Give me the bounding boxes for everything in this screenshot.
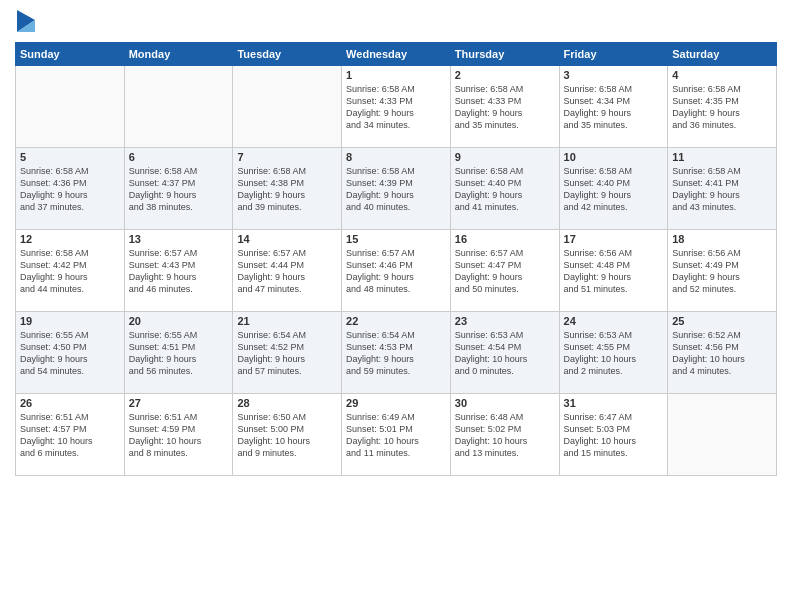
day-info: Sunrise: 6:58 AM Sunset: 4:40 PM Dayligh… xyxy=(455,165,555,214)
calendar-cell: 16Sunrise: 6:57 AM Sunset: 4:47 PM Dayli… xyxy=(450,230,559,312)
day-number: 13 xyxy=(129,233,229,245)
day-number: 10 xyxy=(564,151,664,163)
calendar-cell: 14Sunrise: 6:57 AM Sunset: 4:44 PM Dayli… xyxy=(233,230,342,312)
day-number: 19 xyxy=(20,315,120,327)
day-number: 5 xyxy=(20,151,120,163)
day-number: 20 xyxy=(129,315,229,327)
calendar-cell: 5Sunrise: 6:58 AM Sunset: 4:36 PM Daylig… xyxy=(16,148,125,230)
day-number: 26 xyxy=(20,397,120,409)
day-number: 21 xyxy=(237,315,337,327)
week-row-3: 12Sunrise: 6:58 AM Sunset: 4:42 PM Dayli… xyxy=(16,230,777,312)
day-info: Sunrise: 6:58 AM Sunset: 4:33 PM Dayligh… xyxy=(346,83,446,132)
calendar-cell: 27Sunrise: 6:51 AM Sunset: 4:59 PM Dayli… xyxy=(124,394,233,476)
logo xyxy=(15,10,35,34)
calendar-cell: 20Sunrise: 6:55 AM Sunset: 4:51 PM Dayli… xyxy=(124,312,233,394)
day-number: 9 xyxy=(455,151,555,163)
day-info: Sunrise: 6:49 AM Sunset: 5:01 PM Dayligh… xyxy=(346,411,446,460)
calendar-cell: 17Sunrise: 6:56 AM Sunset: 4:48 PM Dayli… xyxy=(559,230,668,312)
calendar-cell: 22Sunrise: 6:54 AM Sunset: 4:53 PM Dayli… xyxy=(342,312,451,394)
calendar-cell: 28Sunrise: 6:50 AM Sunset: 5:00 PM Dayli… xyxy=(233,394,342,476)
calendar-cell: 19Sunrise: 6:55 AM Sunset: 4:50 PM Dayli… xyxy=(16,312,125,394)
week-row-5: 26Sunrise: 6:51 AM Sunset: 4:57 PM Dayli… xyxy=(16,394,777,476)
calendar-cell: 11Sunrise: 6:58 AM Sunset: 4:41 PM Dayli… xyxy=(668,148,777,230)
day-number: 27 xyxy=(129,397,229,409)
weekday-header-monday: Monday xyxy=(124,43,233,66)
day-info: Sunrise: 6:55 AM Sunset: 4:50 PM Dayligh… xyxy=(20,329,120,378)
calendar-cell: 21Sunrise: 6:54 AM Sunset: 4:52 PM Dayli… xyxy=(233,312,342,394)
calendar-cell: 26Sunrise: 6:51 AM Sunset: 4:57 PM Dayli… xyxy=(16,394,125,476)
day-number: 22 xyxy=(346,315,446,327)
weekday-header-thursday: Thursday xyxy=(450,43,559,66)
calendar-cell: 7Sunrise: 6:58 AM Sunset: 4:38 PM Daylig… xyxy=(233,148,342,230)
day-info: Sunrise: 6:56 AM Sunset: 4:49 PM Dayligh… xyxy=(672,247,772,296)
day-number: 8 xyxy=(346,151,446,163)
day-info: Sunrise: 6:47 AM Sunset: 5:03 PM Dayligh… xyxy=(564,411,664,460)
weekday-header-tuesday: Tuesday xyxy=(233,43,342,66)
calendar-cell xyxy=(16,66,125,148)
day-number: 6 xyxy=(129,151,229,163)
week-row-2: 5Sunrise: 6:58 AM Sunset: 4:36 PM Daylig… xyxy=(16,148,777,230)
day-number: 18 xyxy=(672,233,772,245)
week-row-1: 1Sunrise: 6:58 AM Sunset: 4:33 PM Daylig… xyxy=(16,66,777,148)
day-info: Sunrise: 6:57 AM Sunset: 4:47 PM Dayligh… xyxy=(455,247,555,296)
calendar-cell: 18Sunrise: 6:56 AM Sunset: 4:49 PM Dayli… xyxy=(668,230,777,312)
header xyxy=(15,10,777,34)
day-number: 14 xyxy=(237,233,337,245)
day-number: 17 xyxy=(564,233,664,245)
calendar-cell xyxy=(233,66,342,148)
calendar-cell: 31Sunrise: 6:47 AM Sunset: 5:03 PM Dayli… xyxy=(559,394,668,476)
day-info: Sunrise: 6:58 AM Sunset: 4:40 PM Dayligh… xyxy=(564,165,664,214)
day-number: 23 xyxy=(455,315,555,327)
day-number: 29 xyxy=(346,397,446,409)
calendar-cell: 9Sunrise: 6:58 AM Sunset: 4:40 PM Daylig… xyxy=(450,148,559,230)
day-info: Sunrise: 6:52 AM Sunset: 4:56 PM Dayligh… xyxy=(672,329,772,378)
day-info: Sunrise: 6:50 AM Sunset: 5:00 PM Dayligh… xyxy=(237,411,337,460)
day-number: 4 xyxy=(672,69,772,81)
calendar-cell: 25Sunrise: 6:52 AM Sunset: 4:56 PM Dayli… xyxy=(668,312,777,394)
day-number: 12 xyxy=(20,233,120,245)
calendar-cell: 12Sunrise: 6:58 AM Sunset: 4:42 PM Dayli… xyxy=(16,230,125,312)
calendar-cell: 29Sunrise: 6:49 AM Sunset: 5:01 PM Dayli… xyxy=(342,394,451,476)
logo-icon xyxy=(17,10,35,32)
calendar-cell: 30Sunrise: 6:48 AM Sunset: 5:02 PM Dayli… xyxy=(450,394,559,476)
day-number: 2 xyxy=(455,69,555,81)
day-info: Sunrise: 6:55 AM Sunset: 4:51 PM Dayligh… xyxy=(129,329,229,378)
day-info: Sunrise: 6:58 AM Sunset: 4:38 PM Dayligh… xyxy=(237,165,337,214)
day-info: Sunrise: 6:53 AM Sunset: 4:55 PM Dayligh… xyxy=(564,329,664,378)
day-number: 15 xyxy=(346,233,446,245)
weekday-header-sunday: Sunday xyxy=(16,43,125,66)
calendar-cell: 15Sunrise: 6:57 AM Sunset: 4:46 PM Dayli… xyxy=(342,230,451,312)
calendar-cell: 4Sunrise: 6:58 AM Sunset: 4:35 PM Daylig… xyxy=(668,66,777,148)
day-number: 1 xyxy=(346,69,446,81)
day-info: Sunrise: 6:51 AM Sunset: 4:59 PM Dayligh… xyxy=(129,411,229,460)
weekday-header-saturday: Saturday xyxy=(668,43,777,66)
day-number: 11 xyxy=(672,151,772,163)
day-info: Sunrise: 6:58 AM Sunset: 4:33 PM Dayligh… xyxy=(455,83,555,132)
day-info: Sunrise: 6:54 AM Sunset: 4:52 PM Dayligh… xyxy=(237,329,337,378)
day-info: Sunrise: 6:51 AM Sunset: 4:57 PM Dayligh… xyxy=(20,411,120,460)
day-info: Sunrise: 6:56 AM Sunset: 4:48 PM Dayligh… xyxy=(564,247,664,296)
calendar-table: SundayMondayTuesdayWednesdayThursdayFrid… xyxy=(15,42,777,476)
calendar-cell: 8Sunrise: 6:58 AM Sunset: 4:39 PM Daylig… xyxy=(342,148,451,230)
day-info: Sunrise: 6:54 AM Sunset: 4:53 PM Dayligh… xyxy=(346,329,446,378)
day-number: 7 xyxy=(237,151,337,163)
day-info: Sunrise: 6:58 AM Sunset: 4:37 PM Dayligh… xyxy=(129,165,229,214)
day-info: Sunrise: 6:58 AM Sunset: 4:35 PM Dayligh… xyxy=(672,83,772,132)
weekday-header-friday: Friday xyxy=(559,43,668,66)
day-info: Sunrise: 6:58 AM Sunset: 4:41 PM Dayligh… xyxy=(672,165,772,214)
day-number: 30 xyxy=(455,397,555,409)
calendar-cell: 24Sunrise: 6:53 AM Sunset: 4:55 PM Dayli… xyxy=(559,312,668,394)
page: SundayMondayTuesdayWednesdayThursdayFrid… xyxy=(0,0,792,612)
calendar-cell: 23Sunrise: 6:53 AM Sunset: 4:54 PM Dayli… xyxy=(450,312,559,394)
calendar-cell: 3Sunrise: 6:58 AM Sunset: 4:34 PM Daylig… xyxy=(559,66,668,148)
day-info: Sunrise: 6:53 AM Sunset: 4:54 PM Dayligh… xyxy=(455,329,555,378)
day-number: 28 xyxy=(237,397,337,409)
week-row-4: 19Sunrise: 6:55 AM Sunset: 4:50 PM Dayli… xyxy=(16,312,777,394)
calendar-cell: 2Sunrise: 6:58 AM Sunset: 4:33 PM Daylig… xyxy=(450,66,559,148)
calendar-cell: 1Sunrise: 6:58 AM Sunset: 4:33 PM Daylig… xyxy=(342,66,451,148)
day-number: 3 xyxy=(564,69,664,81)
weekday-header-wednesday: Wednesday xyxy=(342,43,451,66)
day-info: Sunrise: 6:57 AM Sunset: 4:43 PM Dayligh… xyxy=(129,247,229,296)
calendar-cell xyxy=(668,394,777,476)
day-number: 16 xyxy=(455,233,555,245)
